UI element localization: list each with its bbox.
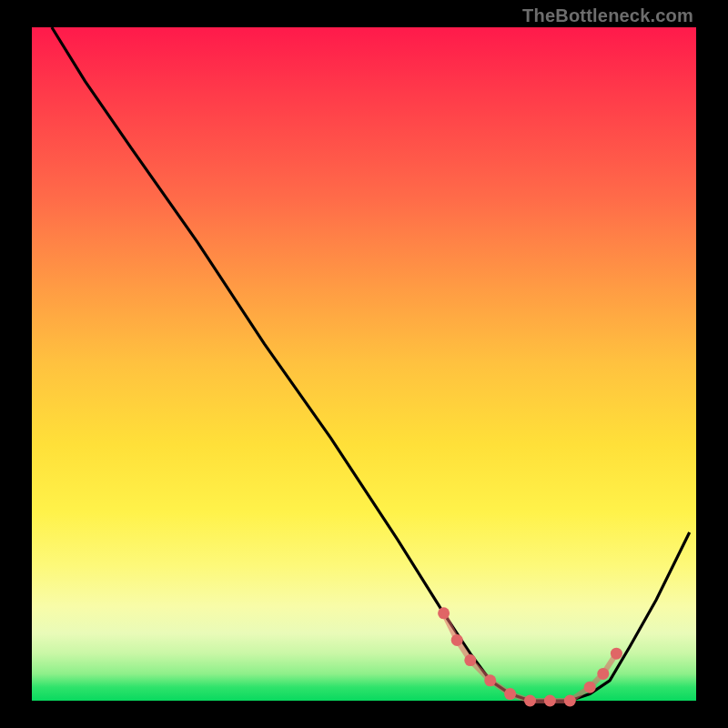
bottleneck-curve (52, 27, 690, 701)
marker-dot (611, 648, 622, 660)
plot-area (32, 27, 696, 701)
attribution-label: TheBottleneck.com (522, 5, 693, 26)
chart-frame: TheBottleneck.com (0, 0, 728, 728)
curve-svg (32, 27, 696, 701)
